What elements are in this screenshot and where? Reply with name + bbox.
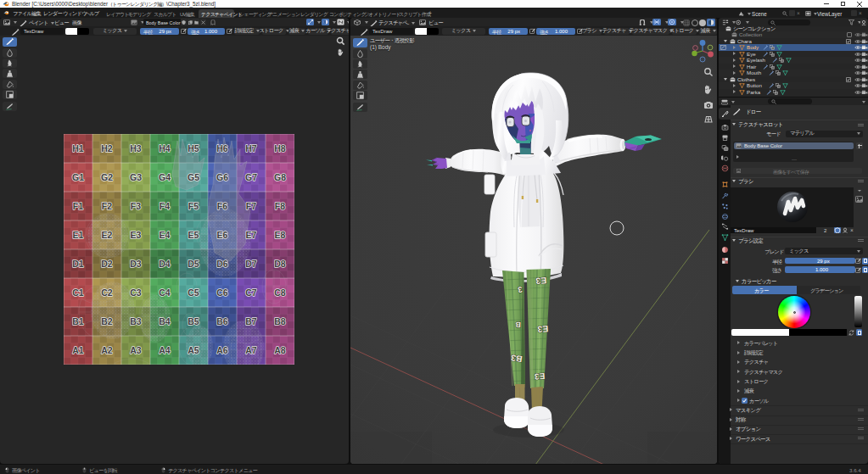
svg-text:D6: D6 xyxy=(216,259,228,269)
svg-text:A5: A5 xyxy=(188,345,199,355)
svg-text:H3: H3 xyxy=(130,143,142,153)
svg-text:B8: B8 xyxy=(274,316,286,326)
svg-text:D2: D2 xyxy=(101,259,113,269)
svg-text:G5: G5 xyxy=(188,172,199,182)
svg-text:E1: E1 xyxy=(73,230,84,240)
svg-text:F1: F1 xyxy=(73,201,83,211)
svg-text:B2: B2 xyxy=(101,316,113,326)
svg-text:D8: D8 xyxy=(274,259,286,269)
svg-text:G1: G1 xyxy=(72,172,84,182)
svg-text:H6: H6 xyxy=(216,143,228,153)
svg-text:D1: D1 xyxy=(72,259,84,269)
svg-text:A6: A6 xyxy=(216,345,228,355)
svg-text:E4: E4 xyxy=(160,230,171,240)
svg-text:G6: G6 xyxy=(216,172,228,182)
svg-text:F5: F5 xyxy=(188,201,199,211)
svg-text:D7: D7 xyxy=(245,259,257,269)
svg-text:H4: H4 xyxy=(159,143,171,153)
svg-text:C5: C5 xyxy=(188,287,199,298)
svg-text:A7: A7 xyxy=(245,345,257,355)
svg-text:E3: E3 xyxy=(537,324,549,335)
svg-text:C4: C4 xyxy=(159,287,171,298)
svg-text:B7: B7 xyxy=(245,316,257,326)
svg-text:F4: F4 xyxy=(160,201,170,211)
svg-text:A2: A2 xyxy=(101,345,113,355)
svg-text:C8: C8 xyxy=(274,287,286,298)
svg-text:E2: E2 xyxy=(102,230,113,240)
svg-text:E8: E8 xyxy=(275,230,286,240)
svg-text:B3: B3 xyxy=(130,316,142,326)
svg-text:F3: F3 xyxy=(131,201,141,211)
svg-text:H7: H7 xyxy=(245,143,257,153)
svg-text:B5: B5 xyxy=(188,316,199,326)
svg-text:E6: E6 xyxy=(217,230,228,240)
svg-text:B6: B6 xyxy=(216,316,228,326)
svg-text:A4: A4 xyxy=(159,345,171,355)
svg-text:A3: A3 xyxy=(130,345,142,355)
svg-text:D5: D5 xyxy=(188,259,199,269)
svg-text:D3: D3 xyxy=(130,259,142,269)
svg-text:B3: B3 xyxy=(510,353,523,365)
svg-text:B4: B4 xyxy=(159,316,171,326)
svg-text:G7: G7 xyxy=(245,172,257,182)
svg-text:E5: E5 xyxy=(188,230,199,240)
svg-text:A1: A1 xyxy=(72,345,84,355)
svg-text:H8: H8 xyxy=(274,143,286,153)
svg-text:D4: D4 xyxy=(159,259,171,269)
svg-text:C3: C3 xyxy=(130,287,142,298)
svg-text:C6: C6 xyxy=(216,287,228,298)
svg-text:E3: E3 xyxy=(131,230,142,240)
svg-text:F8: F8 xyxy=(275,201,285,211)
svg-text:E3: E3 xyxy=(534,371,545,382)
svg-text:H5: H5 xyxy=(188,143,199,153)
svg-text:E7: E7 xyxy=(246,230,257,240)
svg-text:H2: H2 xyxy=(101,143,113,153)
svg-text:F6: F6 xyxy=(217,201,227,211)
svg-text:E3: E3 xyxy=(535,276,547,287)
svg-text:F2: F2 xyxy=(102,201,112,211)
svg-text:C7: C7 xyxy=(245,287,257,298)
svg-text:G8: G8 xyxy=(274,172,286,182)
svg-text:F7: F7 xyxy=(246,201,256,211)
svg-text:C2: C2 xyxy=(101,287,113,298)
svg-text:H1: H1 xyxy=(72,143,84,153)
svg-text:A8: A8 xyxy=(274,345,286,355)
svg-text:B: B xyxy=(515,321,522,329)
svg-text:B1: B1 xyxy=(72,316,84,326)
svg-text:C1: C1 xyxy=(72,287,84,298)
svg-text:G2: G2 xyxy=(101,172,113,182)
svg-text:G3: G3 xyxy=(130,172,142,182)
svg-text:G4: G4 xyxy=(159,172,171,182)
